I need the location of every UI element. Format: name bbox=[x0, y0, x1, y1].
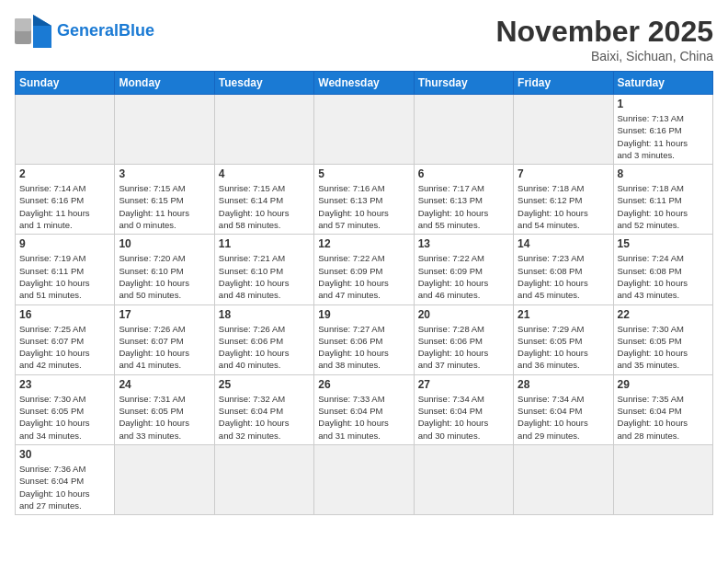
day-info: Sunrise: 7:31 AM Sunset: 6:05 PM Dayligh… bbox=[119, 393, 210, 442]
day-info: Sunrise: 7:30 AM Sunset: 6:05 PM Dayligh… bbox=[618, 323, 709, 372]
day-number: 9 bbox=[19, 237, 110, 250]
day-number: 3 bbox=[119, 167, 210, 180]
calendar-cell: 13Sunrise: 7:22 AM Sunset: 6:09 PM Dayli… bbox=[414, 235, 513, 304]
day-info: Sunrise: 7:22 AM Sunset: 6:09 PM Dayligh… bbox=[318, 252, 409, 301]
calendar-week-row: 9Sunrise: 7:19 AM Sunset: 6:11 PM Daylig… bbox=[16, 235, 713, 304]
day-info: Sunrise: 7:21 AM Sunset: 6:10 PM Dayligh… bbox=[219, 252, 310, 301]
calendar-cell: 1Sunrise: 7:13 AM Sunset: 6:16 PM Daylig… bbox=[613, 95, 712, 165]
day-number: 20 bbox=[418, 308, 509, 321]
calendar-cell bbox=[613, 444, 712, 514]
logo-text: GeneralBlue bbox=[57, 22, 154, 40]
logo-general: General bbox=[57, 21, 119, 40]
calendar-cell: 16Sunrise: 7:25 AM Sunset: 6:07 PM Dayli… bbox=[16, 304, 115, 374]
day-number: 19 bbox=[318, 308, 409, 321]
calendar-week-row: 23Sunrise: 7:30 AM Sunset: 6:05 PM Dayli… bbox=[16, 374, 713, 444]
day-number: 15 bbox=[618, 237, 709, 250]
logo: GeneralBlue bbox=[15, 15, 154, 48]
day-info: Sunrise: 7:23 AM Sunset: 6:08 PM Dayligh… bbox=[518, 252, 609, 301]
location: Baixi, Sichuan, China bbox=[495, 49, 713, 63]
day-number: 27 bbox=[418, 378, 509, 391]
calendar-cell: 12Sunrise: 7:22 AM Sunset: 6:09 PM Dayli… bbox=[314, 235, 414, 304]
day-number: 4 bbox=[219, 167, 310, 180]
calendar-cell: 8Sunrise: 7:18 AM Sunset: 6:11 PM Daylig… bbox=[613, 165, 712, 235]
logo-blue: Blue bbox=[119, 21, 154, 40]
calendar-week-row: 1Sunrise: 7:13 AM Sunset: 6:16 PM Daylig… bbox=[16, 95, 713, 165]
calendar-cell bbox=[314, 444, 414, 514]
day-number: 10 bbox=[119, 237, 210, 250]
calendar-cell bbox=[115, 95, 214, 165]
day-info: Sunrise: 7:15 AM Sunset: 6:15 PM Dayligh… bbox=[119, 182, 210, 231]
day-number: 25 bbox=[219, 378, 310, 391]
day-info: Sunrise: 7:36 AM Sunset: 6:04 PM Dayligh… bbox=[19, 463, 110, 511]
day-info: Sunrise: 7:26 AM Sunset: 6:06 PM Dayligh… bbox=[219, 323, 310, 372]
calendar-cell bbox=[414, 95, 513, 165]
calendar-cell: 27Sunrise: 7:34 AM Sunset: 6:04 PM Dayli… bbox=[414, 374, 513, 444]
day-info: Sunrise: 7:25 AM Sunset: 6:07 PM Dayligh… bbox=[19, 323, 110, 372]
calendar-cell: 28Sunrise: 7:34 AM Sunset: 6:04 PM Dayli… bbox=[514, 374, 613, 444]
weekday-header-wednesday: Wednesday bbox=[314, 72, 414, 95]
calendar-cell: 17Sunrise: 7:26 AM Sunset: 6:07 PM Dayli… bbox=[115, 304, 214, 374]
day-number: 6 bbox=[418, 167, 509, 180]
day-info: Sunrise: 7:14 AM Sunset: 6:16 PM Dayligh… bbox=[19, 182, 110, 231]
day-info: Sunrise: 7:34 AM Sunset: 6:04 PM Dayligh… bbox=[418, 393, 509, 442]
day-info: Sunrise: 7:35 AM Sunset: 6:04 PM Dayligh… bbox=[618, 393, 709, 442]
page-header: GeneralBlue November 2025 Baixi, Sichuan… bbox=[15, 15, 713, 63]
weekday-header-thursday: Thursday bbox=[414, 72, 513, 95]
calendar-cell: 21Sunrise: 7:29 AM Sunset: 6:05 PM Dayli… bbox=[514, 304, 613, 374]
day-info: Sunrise: 7:32 AM Sunset: 6:04 PM Dayligh… bbox=[219, 393, 310, 442]
calendar-cell: 10Sunrise: 7:20 AM Sunset: 6:10 PM Dayli… bbox=[115, 235, 214, 304]
calendar-cell: 30Sunrise: 7:36 AM Sunset: 6:04 PM Dayli… bbox=[16, 444, 115, 514]
day-number: 30 bbox=[19, 448, 110, 461]
day-number: 24 bbox=[119, 378, 210, 391]
weekday-header-sunday: Sunday bbox=[16, 72, 115, 95]
calendar-cell: 20Sunrise: 7:28 AM Sunset: 6:06 PM Dayli… bbox=[414, 304, 513, 374]
calendar-cell: 18Sunrise: 7:26 AM Sunset: 6:06 PM Dayli… bbox=[214, 304, 313, 374]
day-info: Sunrise: 7:33 AM Sunset: 6:04 PM Dayligh… bbox=[318, 393, 409, 442]
day-info: Sunrise: 7:18 AM Sunset: 6:11 PM Dayligh… bbox=[618, 182, 709, 231]
svg-rect-1 bbox=[15, 18, 31, 31]
day-number: 2 bbox=[19, 167, 110, 180]
calendar: SundayMondayTuesdayWednesdayThursdayFrid… bbox=[15, 71, 713, 515]
weekday-header-friday: Friday bbox=[514, 72, 613, 95]
calendar-cell bbox=[514, 95, 613, 165]
day-info: Sunrise: 7:15 AM Sunset: 6:14 PM Dayligh… bbox=[219, 182, 310, 231]
day-info: Sunrise: 7:22 AM Sunset: 6:09 PM Dayligh… bbox=[418, 252, 509, 301]
day-info: Sunrise: 7:16 AM Sunset: 6:13 PM Dayligh… bbox=[318, 182, 409, 231]
weekday-header-tuesday: Tuesday bbox=[214, 72, 313, 95]
day-info: Sunrise: 7:30 AM Sunset: 6:05 PM Dayligh… bbox=[19, 393, 110, 442]
calendar-cell: 22Sunrise: 7:30 AM Sunset: 6:05 PM Dayli… bbox=[613, 304, 712, 374]
calendar-cell bbox=[414, 444, 513, 514]
calendar-cell bbox=[115, 444, 214, 514]
calendar-cell: 2Sunrise: 7:14 AM Sunset: 6:16 PM Daylig… bbox=[16, 165, 115, 235]
calendar-cell: 29Sunrise: 7:35 AM Sunset: 6:04 PM Dayli… bbox=[613, 374, 712, 444]
day-number: 22 bbox=[618, 308, 709, 321]
calendar-cell bbox=[214, 444, 313, 514]
day-info: Sunrise: 7:26 AM Sunset: 6:07 PM Dayligh… bbox=[119, 323, 210, 372]
calendar-cell: 26Sunrise: 7:33 AM Sunset: 6:04 PM Dayli… bbox=[314, 374, 414, 444]
calendar-cell: 14Sunrise: 7:23 AM Sunset: 6:08 PM Dayli… bbox=[514, 235, 613, 304]
calendar-cell: 6Sunrise: 7:17 AM Sunset: 6:13 PM Daylig… bbox=[414, 165, 513, 235]
day-number: 18 bbox=[219, 308, 310, 321]
logo-icon bbox=[15, 15, 51, 48]
title-block: November 2025 Baixi, Sichuan, China bbox=[495, 15, 713, 63]
calendar-cell: 5Sunrise: 7:16 AM Sunset: 6:13 PM Daylig… bbox=[314, 165, 414, 235]
day-info: Sunrise: 7:20 AM Sunset: 6:10 PM Dayligh… bbox=[119, 252, 210, 301]
day-number: 16 bbox=[19, 308, 110, 321]
day-info: Sunrise: 7:24 AM Sunset: 6:08 PM Dayligh… bbox=[618, 252, 709, 301]
day-number: 21 bbox=[518, 308, 609, 321]
day-number: 17 bbox=[119, 308, 210, 321]
month-title: November 2025 bbox=[495, 15, 713, 49]
day-info: Sunrise: 7:18 AM Sunset: 6:12 PM Dayligh… bbox=[518, 182, 609, 231]
day-info: Sunrise: 7:17 AM Sunset: 6:13 PM Dayligh… bbox=[418, 182, 509, 231]
calendar-cell: 9Sunrise: 7:19 AM Sunset: 6:11 PM Daylig… bbox=[16, 235, 115, 304]
calendar-cell bbox=[514, 444, 613, 514]
calendar-cell: 11Sunrise: 7:21 AM Sunset: 6:10 PM Dayli… bbox=[214, 235, 313, 304]
day-number: 26 bbox=[318, 378, 409, 391]
calendar-cell: 15Sunrise: 7:24 AM Sunset: 6:08 PM Dayli… bbox=[613, 235, 712, 304]
day-info: Sunrise: 7:34 AM Sunset: 6:04 PM Dayligh… bbox=[518, 393, 609, 442]
day-info: Sunrise: 7:27 AM Sunset: 6:06 PM Dayligh… bbox=[318, 323, 409, 372]
day-info: Sunrise: 7:29 AM Sunset: 6:05 PM Dayligh… bbox=[518, 323, 609, 372]
day-number: 12 bbox=[318, 237, 409, 250]
svg-marker-3 bbox=[33, 15, 51, 26]
weekday-header-monday: Monday bbox=[115, 72, 214, 95]
